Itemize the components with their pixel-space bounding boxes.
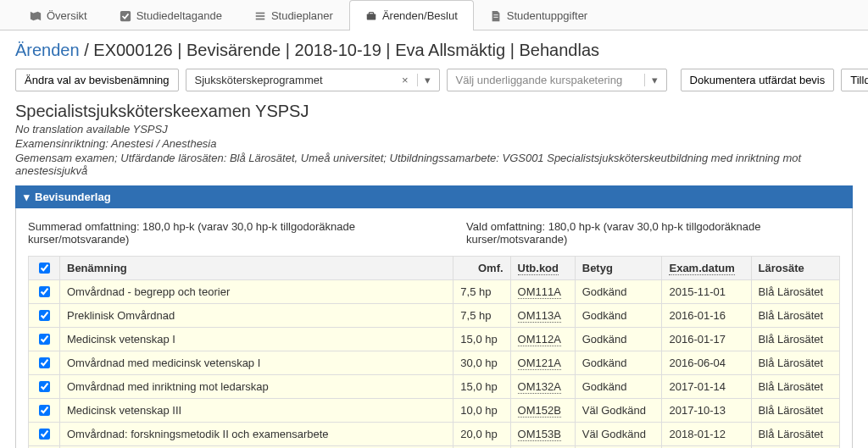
col-name: Benämning: [60, 257, 453, 280]
cell-ext: 10,0 hp: [453, 399, 510, 423]
row-checkbox[interactable]: [39, 334, 50, 345]
cell-grade: Godkänd: [575, 280, 662, 304]
cell-date: 2016-06-04: [662, 351, 751, 375]
section-body: Summerad omfattning: 180,0 hp-k (varav 3…: [15, 208, 853, 448]
breadcrumb-rest: / EX000126 | Bevisärende | 2018-10-19 | …: [80, 41, 599, 59]
cell-grade: Väl Godkänd: [575, 399, 662, 423]
program-combo[interactable]: Sjuksköterskeprogrammet × ▾: [186, 69, 440, 91]
summary-summed: Summerad omfattning: 180,0 hp-k (varav 3…: [28, 220, 432, 246]
cell-school: Blå Lärosätet: [751, 351, 839, 375]
caret-down-icon: ▾: [24, 191, 30, 203]
table-row[interactable]: Omvårdnad - begrepp och teorier7,5 hpOM1…: [29, 280, 840, 304]
courses-table-1: Benämning Omf. Utb.kod Betyg Exam.datum …: [28, 256, 840, 448]
table-row[interactable]: Medicinsk vetenskap III10,0 hpOM152BVäl …: [29, 399, 840, 423]
change-name-button[interactable]: Ändra val av bevisbenämning: [15, 69, 179, 91]
chevron-down-icon[interactable]: ▾: [417, 74, 431, 86]
svg-rect-2: [256, 15, 265, 17]
chevron-down-icon[interactable]: ▾: [644, 74, 658, 86]
breadcrumb: Ärenden / EX000126 | Bevisärende | 2018-…: [15, 41, 853, 60]
tab-overview[interactable]: Översikt: [14, 0, 103, 30]
cell-ext: 7,5 hp: [453, 304, 510, 328]
cell-ext: 30,0 hp: [453, 351, 510, 375]
cell-code: OM112A: [510, 328, 575, 351]
row-checkbox[interactable]: [39, 381, 50, 392]
col-grade: Betyg: [575, 257, 662, 280]
summary-selected: Vald omfattning: 180,0 hp-k (varav 30,0 …: [466, 220, 840, 246]
package-placeholder: Välj underliggande kurspaketering: [456, 74, 623, 86]
no-translation: No translation available YSPSJ: [15, 123, 853, 136]
section-header[interactable]: ▾ Bevisunderlag: [15, 185, 853, 208]
table-row[interactable]: Preklinisk Omvårdnad7,5 hpOM113AGodkänd2…: [29, 304, 840, 328]
table-row[interactable]: Omvårdnad: forskningsmetodik II och exam…: [29, 423, 840, 446]
cell-school: Blå Lärosätet: [751, 328, 839, 351]
check-square-icon: [120, 10, 131, 22]
cell-ext: 20,0 hp: [453, 423, 510, 446]
cell-ext: 15,0 hp: [453, 328, 510, 351]
clear-icon[interactable]: ×: [398, 74, 412, 86]
tab-student[interactable]: Studentuppgifter: [474, 0, 604, 30]
tab-label: Studentuppgifter: [507, 9, 587, 22]
table-row[interactable]: Medicinsk vetenskap I15,0 hpOM112AGodkän…: [29, 328, 840, 351]
cell-grade: Väl Godkänd: [575, 423, 662, 446]
cell-date: 2018-01-12: [662, 423, 751, 446]
col-school: Lärosäte: [751, 257, 839, 280]
svg-rect-6: [493, 14, 498, 15]
cell-code: OM152B: [510, 399, 575, 423]
cell-ext: 15,0 hp: [453, 375, 510, 399]
row-checkbox[interactable]: [39, 286, 50, 297]
svg-rect-7: [493, 16, 498, 17]
svg-rect-5: [369, 12, 373, 14]
cell-code: OM111A: [510, 280, 575, 304]
col-date: Exam.datum: [662, 257, 751, 280]
tab-label: Studieplaner: [271, 9, 333, 22]
table-row[interactable]: Omvårdnad med inriktning mot ledarskap15…: [29, 375, 840, 399]
cell-date: 2017-10-13: [662, 399, 751, 423]
cell-code: OM153B: [510, 423, 575, 446]
svg-rect-1: [256, 12, 265, 14]
package-combo[interactable]: Välj underliggande kurspaketering ▾: [447, 69, 667, 91]
table-row[interactable]: Omvårdnad med medicinsk vetenskap I30,0 …: [29, 351, 840, 375]
cell-school: Blå Lärosätet: [751, 304, 839, 328]
row-checkbox[interactable]: [39, 405, 50, 416]
breadcrumb-link[interactable]: Ärenden: [15, 41, 80, 59]
document-icon: [490, 10, 502, 22]
cell-name: Omvårdnad med medicinsk vetenskap I: [60, 351, 453, 375]
cell-name: Omvårdnad med inriktning mot ledarskap: [60, 375, 453, 399]
joint-exam-info: Gemensam examen; Utfärdande lärosäten: B…: [15, 152, 853, 177]
section-title: Bevisunderlag: [35, 191, 111, 203]
cell-school: Blå Lärosätet: [751, 423, 839, 446]
select-all-checkbox[interactable]: [39, 263, 50, 274]
program-value: Sjuksköterskeprogrammet: [195, 74, 323, 86]
cell-date: 2016-01-17: [662, 328, 751, 351]
map-icon: [30, 10, 42, 22]
cell-grade: Godkänd: [575, 328, 662, 351]
cell-code: OM132A: [510, 375, 575, 399]
tab-participation[interactable]: Studiedeltagande: [103, 0, 238, 30]
cell-grade: Godkänd: [575, 375, 662, 399]
cell-school: Blå Lärosätet: [751, 375, 839, 399]
cell-name: Omvårdnad: forskningsmetodik II och exam…: [60, 423, 453, 446]
cell-date: 2017-01-14: [662, 375, 751, 399]
control-row: Ändra val av bevisbenämning Sjukskötersk…: [15, 69, 853, 91]
document-cert-button[interactable]: Dokumentera utfärdat bevis: [681, 69, 835, 91]
cell-code: OM121A: [510, 351, 575, 375]
page-title: Specialistsjuksköterskeexamen YSPSJ: [15, 102, 853, 121]
cell-name: Preklinisk Omvårdnad: [60, 304, 453, 328]
tab-plans[interactable]: Studieplaner: [238, 0, 349, 30]
cell-school: Blå Lärosätet: [751, 280, 839, 304]
tab-cases[interactable]: Ärenden/Beslut: [349, 0, 474, 30]
briefcase-icon: [365, 10, 377, 22]
tab-label: Ärenden/Beslut: [382, 9, 458, 22]
assign-button[interactable]: Tilldela: [841, 69, 868, 91]
list-icon: [254, 10, 266, 22]
row-checkbox[interactable]: [39, 429, 50, 440]
cell-name: Medicinsk vetenskap III: [60, 399, 453, 423]
cell-grade: Godkänd: [575, 351, 662, 375]
row-checkbox[interactable]: [39, 357, 50, 368]
cell-name: Omvårdnad - begrepp och teorier: [60, 280, 453, 304]
exam-orientation: Examensinriktning: Anestesi / Anesthesia: [15, 137, 853, 150]
col-code: Utb.kod: [510, 257, 575, 280]
col-ext: Omf.: [453, 257, 510, 280]
row-checkbox[interactable]: [39, 310, 50, 321]
cell-grade: Godkänd: [575, 304, 662, 328]
